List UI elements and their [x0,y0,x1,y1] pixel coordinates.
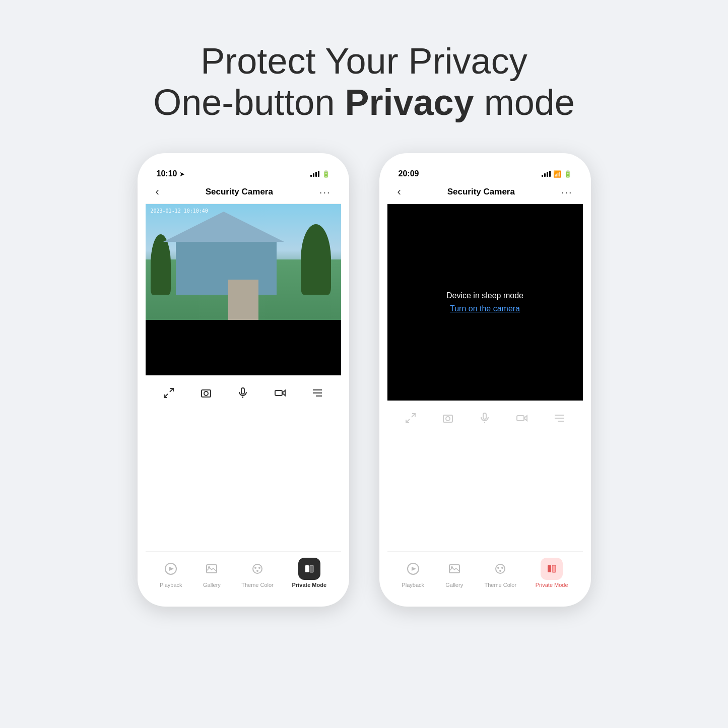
record-button-right[interactable] [513,409,531,427]
svg-point-16 [254,567,256,569]
nav-bar-right: ‹ Security Camera ··· [387,182,583,204]
menu-button-left[interactable] [308,384,326,402]
phones-container: 10:10 ➤ 🔋 ‹ Security Camera ··· [138,153,591,607]
hero-line2: One-button Privacy mode [153,82,575,123]
svg-point-38 [501,567,503,569]
svg-point-39 [499,570,501,572]
svg-rect-6 [275,390,282,395]
time-right: 20:09 [399,169,419,178]
playback-icon-wrap-left [160,558,182,580]
controls-bar-left [146,375,341,410]
mic-button-right[interactable] [476,409,494,427]
house-roof [163,212,284,242]
tab-gallery-left[interactable]: Gallery [201,558,223,588]
nav-title-right: Security Camera [447,187,515,197]
private-icon-wrap-left [298,558,320,580]
time-left: 10:10 [157,169,177,178]
sleep-mode-text: Device in sleep mode [446,291,523,300]
playback-icon-wrap-right [402,558,424,580]
svg-point-37 [497,567,499,569]
svg-point-24 [446,417,450,421]
more-button-left[interactable]: ··· [319,186,331,198]
tab-bar-right: Playback Gallery [387,551,583,597]
tab-label-gallery-left: Gallery [203,582,221,588]
mic-button-left[interactable] [234,384,252,402]
nav-bar-left: ‹ Security Camera ··· [146,182,341,204]
svg-line-0 [170,388,173,392]
controls-bar-right [387,401,583,435]
house-body [176,239,277,295]
svg-line-22 [406,419,410,423]
tree-right [301,224,331,295]
svg-point-36 [496,564,505,573]
svg-marker-33 [412,567,416,571]
theme-icon-wrap-left [246,558,269,580]
svg-rect-25 [483,413,486,419]
svg-rect-27 [517,416,524,421]
gallery-icon-wrap-right [443,558,466,580]
tab-playback-right[interactable]: Playback [402,558,424,588]
svg-rect-41 [552,565,556,572]
phone-right: 20:09 📶 🔋 ‹ Security Camera ··· [379,153,591,607]
back-button-left[interactable]: ‹ [156,185,159,198]
tab-private-left[interactable]: Private Mode [292,558,326,588]
private-icon-wrap-right [541,558,563,580]
tab-theme-right[interactable]: Theme Color [484,558,516,588]
tab-playback-left[interactable]: Playback [160,558,182,588]
svg-point-18 [256,570,258,572]
theme-icon-wrap-right [489,558,511,580]
more-button-right[interactable]: ··· [561,186,573,198]
tab-label-theme-right: Theme Color [484,582,516,588]
snapshot-button-left[interactable] [197,384,215,402]
phone-right-inner: 20:09 📶 🔋 ‹ Security Camera ··· [387,162,583,597]
svg-line-21 [412,414,415,417]
status-bar-left: 10:10 ➤ 🔋 [146,162,341,182]
hero-line2-bold: Privacy [345,82,474,122]
svg-rect-4 [241,388,244,394]
tab-bar-left: Playback Gallery [146,551,341,597]
svg-point-14 [208,566,210,568]
tab-label-private-right: Private Mode [536,582,568,588]
tab-label-gallery-right: Gallery [445,582,463,588]
svg-point-15 [253,564,262,573]
status-bar-right: 20:09 📶 🔋 [387,162,583,182]
snapshot-button-right[interactable] [439,409,457,427]
hero-line1: Protect Your Privacy [153,40,575,82]
svg-point-17 [258,567,260,569]
tab-label-theme-left: Theme Color [241,582,274,588]
battery-icon-left: 🔋 [322,170,330,178]
svg-marker-12 [169,567,174,571]
tree-left [151,234,171,295]
camera-feed: 2023-01-12 10:10:40 [146,204,341,320]
nav-title-left: Security Camera [206,187,273,197]
tab-label-playback-right: Playback [402,582,424,588]
svg-rect-19 [305,565,309,572]
hero-line2-normal: One-button [153,82,335,122]
location-icon: ➤ [179,170,185,178]
svg-line-1 [164,394,168,398]
hero-line2-end: mode [484,82,575,122]
status-icons-left: 🔋 [310,170,330,178]
fullscreen-button-right[interactable] [402,409,420,427]
tab-private-right[interactable]: Private Mode [536,558,568,588]
video-area-right: Device in sleep mode Turn on the camera [387,204,583,401]
gallery-icon-wrap-left [201,558,223,580]
svg-point-3 [204,391,208,395]
record-button-left[interactable] [271,384,289,402]
svg-point-35 [451,566,453,568]
battery-icon-right: 🔋 [564,170,572,178]
phone-left-inner: 10:10 ➤ 🔋 ‹ Security Camera ··· [146,162,341,597]
signal-icon-right [542,171,551,177]
video-area-left: SD 🔇 ▤ 2023-01-12 10:10:40 [146,204,341,375]
menu-button-right[interactable] [550,409,568,427]
tab-gallery-right[interactable]: Gallery [443,558,466,588]
tab-theme-left[interactable]: Theme Color [241,558,274,588]
fullscreen-button-left[interactable] [160,384,178,402]
svg-rect-40 [548,565,551,572]
back-button-right[interactable]: ‹ [398,185,401,198]
turn-on-camera-link[interactable]: Turn on the camera [450,304,520,313]
driveway [228,280,258,320]
hero-section: Protect Your Privacy One-button Privacy … [153,40,575,123]
tab-label-private-left: Private Mode [292,582,326,588]
tab-label-playback-left: Playback [160,582,182,588]
